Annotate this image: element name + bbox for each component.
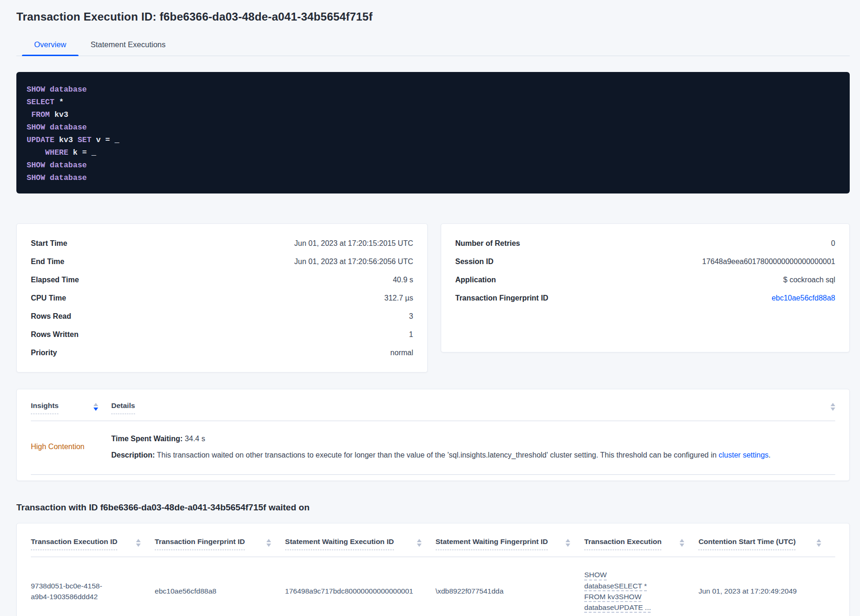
summary-label: Start Time	[31, 239, 67, 248]
sql-plain-token	[27, 148, 45, 157]
sort-icon[interactable]	[417, 537, 422, 547]
transaction-execution-cell: SHOW databaseSELECT * FROM kv3SHOW datab…	[584, 569, 673, 613]
sort-up-arrow-icon	[831, 403, 835, 406]
waiting-label: Time Spent Waiting:	[111, 435, 183, 443]
sort-icon[interactable]	[831, 401, 835, 411]
tab-overview[interactable]: Overview	[22, 36, 79, 56]
column-header-label[interactable]: Transaction Fingerprint ID	[155, 537, 245, 550]
sql-plain-token: kv3	[54, 136, 78, 144]
sort-down-arrow-icon	[831, 408, 835, 411]
insights-table-header: Insights Details	[31, 401, 835, 414]
sort-up-arrow-icon	[417, 539, 422, 542]
sort-icon[interactable]	[266, 537, 271, 547]
summary-label: Rows Read	[31, 312, 71, 321]
sort-down-arrow-icon	[817, 544, 821, 547]
table-column-header: Transaction Execution	[584, 537, 698, 550]
summary-row: Elapsed Time40.9 s	[31, 271, 413, 289]
tab-bar: Overview Statement Executions	[16, 36, 850, 56]
sort-down-arrow-icon	[93, 408, 98, 411]
transaction-execution-link[interactable]: SHOW databaseSELECT * FROM kv3SHOW datab…	[584, 571, 651, 611]
description-suffix: .	[768, 451, 770, 459]
sort-down-arrow-icon	[266, 544, 271, 547]
summary-value: 312.7 µs	[384, 294, 413, 302]
sql-line: SHOW database	[27, 159, 838, 172]
column-header-label[interactable]: Statement Waiting Fingerprint ID	[436, 537, 548, 550]
column-header-label[interactable]: Transaction Execution	[584, 537, 661, 550]
insight-type-badge: High Contention	[31, 433, 111, 460]
sort-icon[interactable]	[680, 537, 684, 547]
summary-label: Number of Retries	[455, 239, 520, 248]
summary-row: Number of Retries0	[455, 234, 835, 252]
sql-line: SHOW database	[27, 83, 838, 96]
summary-row: Prioritynormal	[31, 344, 413, 362]
summary-value: 17648a9eea6017800000000000000001	[702, 258, 835, 266]
sql-plain-token: *	[54, 98, 64, 107]
sort-down-arrow-icon	[566, 544, 570, 547]
summary-label: CPU Time	[31, 294, 66, 302]
summary-value: Jun 01, 2023 at 17:20:56:2056 UTC	[294, 258, 413, 266]
column-header-label[interactable]: Contention Start Time (UTC)	[698, 537, 796, 550]
transaction-execution-id-cell: 9738d051-bc0e-4158-a9b4-1903586ddd42	[31, 580, 131, 602]
sort-icon[interactable]	[566, 537, 570, 547]
sql-keyword-token: SHOW database	[27, 173, 87, 182]
waited-on-section-title: Transaction with ID f6be6366-da03-48de-a…	[16, 502, 850, 513]
table-row: 9738d051-bc0e-4158-a9b4-1903586ddd42ebc1…	[31, 557, 835, 616]
sort-down-arrow-icon	[417, 544, 422, 547]
summary-value: 0	[831, 239, 835, 248]
tab-statement-executions[interactable]: Statement Executions	[79, 36, 178, 56]
sort-up-arrow-icon	[680, 539, 684, 542]
table-column-header: Statement Waiting Execution ID	[285, 537, 436, 550]
transaction-fingerprint-link[interactable]: ebc10ae56cfd88a8	[772, 294, 835, 302]
page-title: Transaction Execution ID: f6be6366-da03-…	[16, 0, 850, 23]
sort-icon[interactable]	[136, 537, 141, 547]
table-column-header: Transaction Execution ID	[31, 537, 155, 550]
summary-row: Rows Read3	[31, 307, 413, 325]
summary-value: normal	[390, 349, 413, 357]
summary-label: Application	[455, 276, 496, 284]
summary-value: Jun 01, 2023 at 17:20:15:2015 UTC	[294, 239, 413, 248]
column-header-label[interactable]: Transaction Execution ID	[31, 537, 117, 550]
summary-value: $ cockroach sql	[783, 276, 835, 284]
insights-card: Insights Details High Contention Time Sp…	[16, 389, 850, 481]
summary-value: 1	[409, 330, 413, 339]
summary-label: Transaction Fingerprint ID	[455, 294, 548, 302]
sql-line: UPDATE kv3 SET v = _	[27, 134, 838, 146]
transaction-fingerprint-id-cell: ebc10ae56cfd88a8	[155, 586, 285, 596]
details-header-label[interactable]: Details	[111, 401, 135, 414]
sql-line: SHOW database	[27, 121, 838, 134]
table-column-header: Statement Waiting Fingerprint ID	[436, 537, 584, 550]
sql-keyword-token: UPDATE	[27, 136, 54, 144]
sql-keyword-token: WHERE	[45, 148, 69, 157]
sql-plain-token	[27, 110, 31, 119]
sql-line: FROM kv3	[27, 108, 838, 121]
summary-value: 40.9 s	[393, 276, 413, 284]
sort-icon[interactable]	[93, 401, 98, 414]
summary-row: CPU Time312.7 µs	[31, 289, 413, 307]
sort-up-arrow-icon	[266, 539, 271, 542]
summary-label: Session ID	[455, 258, 494, 266]
sort-up-arrow-icon	[93, 403, 98, 406]
summary-row: Transaction Fingerprint IDebc10ae56cfd88…	[455, 289, 835, 307]
sql-line: SHOW database	[27, 172, 838, 184]
sql-statements-box: SHOW databaseSELECT * FROM kv3SHOW datab…	[16, 72, 850, 193]
insight-description: Description: This transaction waited on …	[111, 450, 835, 460]
summary-card-session: Number of Retries0Session ID17648a9eea60…	[441, 223, 850, 352]
summary-row: Start TimeJun 01, 2023 at 17:20:15:2015 …	[31, 234, 413, 252]
contention-start-time-cell: Jun 01, 2023 at 17:20:49:2049	[698, 586, 835, 596]
cluster-settings-link[interactable]: cluster settings	[719, 451, 769, 459]
sql-keyword-token: SELECT	[27, 98, 54, 107]
insights-header-label[interactable]: Insights	[31, 401, 58, 414]
sort-down-arrow-icon	[680, 544, 684, 547]
waited-on-table-card: Transaction Execution IDTransaction Fing…	[16, 523, 850, 616]
sort-icon[interactable]	[817, 537, 821, 547]
transaction-execution-page: Transaction Execution ID: f6be6366-da03-…	[0, 0, 860, 616]
summary-value: 3	[409, 312, 413, 321]
sql-plain-token: k = _	[68, 148, 96, 157]
sql-keyword-token: SHOW database	[27, 161, 87, 170]
column-header-label[interactable]: Statement Waiting Execution ID	[285, 537, 394, 550]
summary-card-timing: Start TimeJun 01, 2023 at 17:20:15:2015 …	[16, 223, 428, 372]
waited-on-table-header: Transaction Execution IDTransaction Fing…	[31, 537, 835, 550]
waited-on-table-body: 9738d051-bc0e-4158-a9b4-1903586ddd42ebc1…	[31, 557, 835, 616]
description-label: Description:	[111, 451, 155, 459]
summary-row: Application$ cockroach sql	[455, 271, 835, 289]
